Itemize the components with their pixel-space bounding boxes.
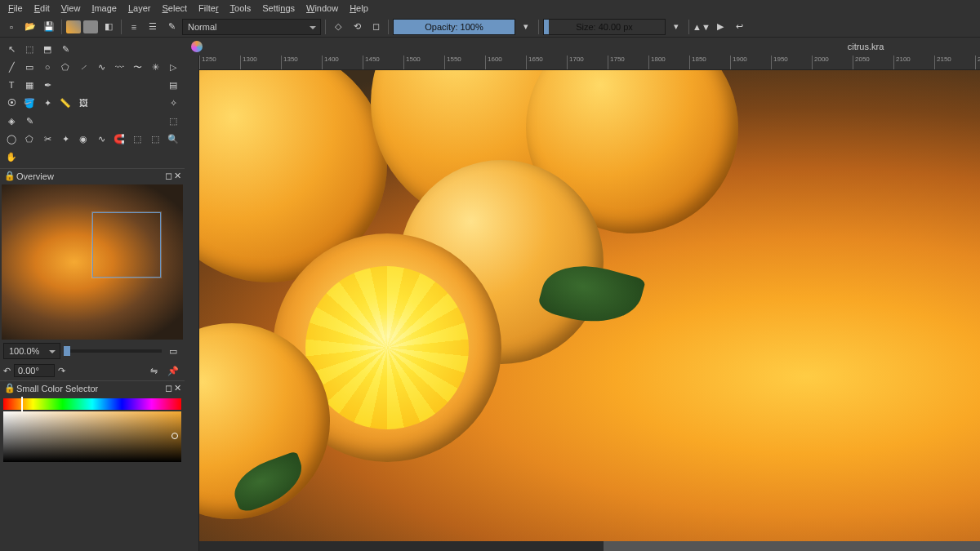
alpha-lock-button[interactable]: ◻ — [368, 19, 384, 35]
select-tool-10[interactable]: ⬚ — [147, 131, 163, 147]
multibrush-tool[interactable]: ✳ — [147, 59, 163, 75]
lock-icon: 🔒 — [3, 382, 16, 395]
polygon-tool[interactable]: ⬠ — [57, 59, 74, 75]
save-button[interactable]: 💾 — [41, 19, 57, 35]
fit-page-button[interactable]: ▭ — [165, 343, 181, 359]
color-picker-tool[interactable]: ⦿ — [3, 95, 20, 111]
menu-view[interactable]: View — [56, 2, 86, 15]
zoom-slider[interactable] — [64, 349, 162, 353]
mirror-view-button[interactable]: ⇋ — [145, 362, 162, 379]
menu-file[interactable]: File — [3, 2, 28, 15]
calligraphy-tool[interactable]: ✒ — [39, 77, 56, 93]
bezier-tool[interactable]: ∿ — [93, 59, 109, 75]
blend-mode-select[interactable]: Normal — [182, 19, 321, 35]
pattern-edit-tool[interactable]: ▦ — [21, 77, 38, 93]
line-tool[interactable]: ╱ — [3, 59, 20, 75]
close-panel-button[interactable]: ✕ — [174, 171, 181, 181]
size-slider[interactable]: Size: 40.00 px — [543, 19, 666, 35]
color-selector-header: 🔒 Small Color Selector ◻✕ — [0, 380, 185, 395]
text-tool[interactable]: T — [3, 77, 20, 93]
menu-window[interactable]: Window — [301, 2, 343, 15]
pattern-button[interactable] — [83, 20, 98, 33]
top-toolbar: ▫ 📂 💾 ◧ ≡ ☰ ✎ Normal ◇ ⟲ ◻ Opacity: 100%… — [0, 16, 980, 38]
horizontal-ruler: 1250130013501400145015001550160016501700… — [199, 56, 980, 70]
vertical-ruler — [185, 56, 199, 551]
fg-bg-button[interactable]: ◧ — [100, 19, 117, 35]
menu-tools[interactable]: Tools — [225, 2, 256, 15]
horizontal-scrollbar[interactable] — [199, 541, 980, 551]
measure-tool[interactable]: 📏 — [57, 95, 74, 111]
eraser-toggle[interactable]: ◇ — [330, 19, 346, 35]
color-selector[interactable] — [3, 398, 181, 464]
fill-tool[interactable]: 🪣 — [21, 95, 38, 111]
similar-select-tool[interactable]: ◉ — [75, 131, 91, 147]
rotate-left-button[interactable]: ↶ — [3, 366, 11, 376]
angle-input[interactable]: 0.00° — [14, 364, 55, 377]
brush-editor-button[interactable]: ✎ — [163, 19, 180, 35]
rect-tool[interactable]: ▭ — [21, 59, 38, 75]
brush-settings-button[interactable]: ☰ — [145, 19, 161, 35]
zoom-tool[interactable]: 🔍 — [165, 131, 181, 147]
menu-bar: File Edit View Image Layer Select Filter… — [0, 0, 980, 16]
gradient-tool[interactable]: ▤ — [165, 77, 181, 93]
dynamic-brush-tool[interactable]: 〜 — [129, 59, 145, 75]
menu-settings[interactable]: Settings — [257, 2, 300, 15]
overview-thumbnail[interactable] — [2, 184, 183, 340]
canvas[interactable] — [199, 70, 980, 541]
close-panel-button[interactable]: ✕ — [174, 383, 181, 393]
smart-patch-tool[interactable]: ✧ — [165, 95, 181, 111]
menu-filter[interactable]: Filter — [194, 2, 223, 15]
left-dock: ↖ ⬚ ⬒ ✎ ╱ ▭ ○ ⬠ ⟋ ∿ 〰 〜 ✳ ▷ T ▦ ✒ ▤ ⦿ 🪣 … — [0, 38, 185, 551]
polyline-tool[interactable]: ⟋ — [75, 59, 91, 75]
wrap-button[interactable]: ↩ — [731, 19, 747, 35]
reload-brush-button[interactable]: ⟲ — [349, 19, 365, 35]
ai-tool-2[interactable]: ✎ — [21, 113, 38, 129]
canvas-area: citrus.kra ✕ 125013001350140014501500155… — [185, 38, 980, 551]
mirror-h-button[interactable]: ▲▼ — [693, 19, 710, 35]
transform-tool[interactable]: ⬚ — [21, 41, 38, 57]
assistant-tool[interactable]: ✦ — [39, 95, 56, 111]
pin-button[interactable]: 📌 — [165, 362, 181, 379]
polygon-select-tool[interactable]: ⬠ — [21, 131, 38, 147]
magnetic-select-tool[interactable]: 🧲 — [111, 131, 127, 147]
brush-preset-button[interactable]: ≡ — [126, 19, 142, 35]
lock-icon: 🔒 — [3, 170, 16, 183]
menu-layer[interactable]: Layer — [123, 2, 156, 15]
float-panel-button[interactable]: ◻ — [165, 383, 172, 393]
reference-tool[interactable]: 🖼 — [75, 95, 91, 111]
pan-tool[interactable]: ✋ — [3, 149, 20, 165]
edit-shapes-tool[interactable]: ▷ — [165, 59, 181, 75]
opacity-slider[interactable]: Opacity: 100% — [393, 19, 515, 35]
sat-val-box[interactable] — [3, 411, 181, 462]
new-doc-button[interactable]: ▫ — [3, 19, 20, 35]
crop-tool[interactable]: ⬒ — [39, 41, 56, 57]
contiguous-select-tool[interactable]: ✦ — [57, 131, 74, 147]
rotate-right-button[interactable]: ↷ — [58, 366, 65, 376]
hue-strip[interactable] — [3, 398, 181, 410]
menu-edit[interactable]: Edit — [29, 2, 55, 15]
menu-select[interactable]: Select — [158, 2, 193, 15]
freehand-tool[interactable]: ✎ — [57, 41, 74, 57]
open-button[interactable]: 📂 — [22, 19, 38, 35]
ai-tool-1[interactable]: ◈ — [3, 113, 20, 129]
zoom-select[interactable]: 100.0% — [3, 343, 60, 359]
float-panel-button[interactable]: ◻ — [165, 171, 172, 181]
mirror-v-button[interactable]: ▶ — [712, 19, 728, 35]
app-icon — [191, 41, 203, 52]
toolbox: ↖ ⬚ ⬒ ✎ ╱ ▭ ○ ⬠ ⟋ ∿ 〰 〜 ✳ ▷ T ▦ ✒ ▤ ⦿ 🪣 … — [0, 38, 185, 168]
ellipse-tool[interactable]: ○ — [39, 59, 56, 75]
ellipse-select-tool[interactable]: ◯ — [3, 131, 20, 147]
select-tool-9[interactable]: ⬚ — [129, 131, 145, 147]
bezier-select-tool[interactable]: ∿ — [93, 131, 109, 147]
overview-header: 🔒 Overview ◻✕ — [0, 168, 185, 183]
document-tab[interactable]: citrus.kra ✕ — [185, 38, 980, 56]
freehand-path-tool[interactable]: 〰 — [111, 59, 127, 75]
move-tool[interactable]: ↖ — [3, 41, 20, 57]
rect-select-tool[interactable]: ⬚ — [165, 113, 181, 129]
size-step-button[interactable]: ▾ — [668, 19, 684, 35]
menu-image[interactable]: Image — [87, 2, 122, 15]
gradient-button[interactable] — [66, 20, 81, 33]
menu-help[interactable]: Help — [345, 2, 373, 15]
freehand-select-tool[interactable]: ✂ — [39, 131, 56, 147]
opacity-step-button[interactable]: ▾ — [518, 19, 534, 35]
